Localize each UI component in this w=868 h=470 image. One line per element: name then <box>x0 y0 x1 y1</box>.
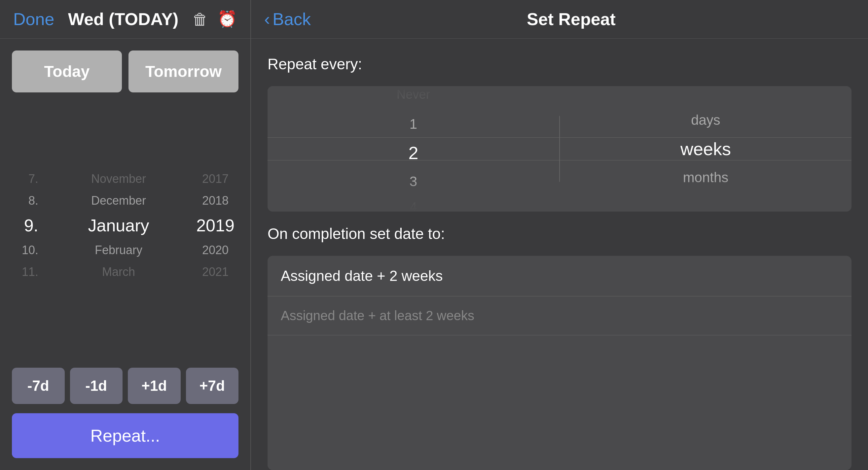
date-num: 11. <box>12 265 45 279</box>
date-month-selected: January <box>45 215 192 235</box>
completion-picker[interactable]: Assigned date + 2 weeks Assigned date + … <box>268 256 851 470</box>
picker-never-text: Never <box>397 88 430 102</box>
chevron-left-icon: ‹ <box>264 9 270 29</box>
done-button[interactable]: Done <box>13 9 54 29</box>
alarm-icon[interactable]: ⏰ <box>217 10 237 28</box>
repeat-picker[interactable]: Never 1 2 3 4 days weeks months <box>268 86 851 211</box>
date-month: March <box>45 265 192 279</box>
picker-number-selected: 2 <box>268 140 559 166</box>
date-num: 7. <box>12 172 45 186</box>
date-row: 10. February 2020 <box>12 239 239 261</box>
date-month: November <box>45 172 192 186</box>
repeat-every-label: Repeat every: <box>268 55 851 73</box>
right-header-title: Set Repeat <box>317 9 825 29</box>
back-button[interactable]: ‹ Back <box>264 9 311 29</box>
repeat-button[interactable]: Repeat... <box>12 413 239 458</box>
completion-item[interactable]: Assigned date + at least 2 weeks <box>268 296 851 335</box>
date-year-selected: 2019 <box>192 215 239 235</box>
delete-icon[interactable]: 🗑 <box>192 10 208 28</box>
plus-1d-button[interactable]: +1d <box>128 368 181 404</box>
picker-never-item: Never <box>390 86 437 108</box>
picker-number-item: 4 <box>268 197 559 211</box>
right-header: ‹ Back Set Repeat <box>251 0 868 39</box>
date-month: February <box>45 243 192 257</box>
minus-7d-button[interactable]: -7d <box>12 368 65 404</box>
date-row: 7. November 2017 <box>12 168 239 190</box>
date-picker-scroll[interactable]: 7. November 2017 8. December 2018 9. Jan… <box>0 92 250 359</box>
picker-unit-item: months <box>560 167 851 188</box>
date-month: December <box>45 194 192 208</box>
picker-inner: Never 1 2 3 4 days weeks months <box>268 86 851 211</box>
completion-label: On completion set date to: <box>268 225 851 243</box>
unit-picker-col[interactable]: days weeks months <box>560 103 851 195</box>
date-year: 2018 <box>192 194 239 208</box>
picker-unit-selected: weeks <box>560 136 851 162</box>
date-year: 2020 <box>192 243 239 257</box>
adjust-buttons: -7d -1d +1d +7d <box>0 359 250 413</box>
header-icons: 🗑 ⏰ <box>192 10 237 28</box>
date-num: 8. <box>12 194 45 208</box>
date-num: 10. <box>12 243 45 257</box>
right-panel: ‹ Back Set Repeat Repeat every: Never 1 … <box>251 0 868 470</box>
date-num-selected: 9. <box>12 215 45 235</box>
left-panel: Done Wed (TODAY) 🗑 ⏰ Today Tomorrow 7. N… <box>0 0 251 470</box>
plus-7d-button[interactable]: +7d <box>186 368 239 404</box>
completion-item-selected[interactable]: Assigned date + 2 weeks <box>268 256 851 296</box>
minus-1d-button[interactable]: -1d <box>70 368 123 404</box>
date-year: 2017 <box>192 172 239 186</box>
header-title: Wed (TODAY) <box>68 9 178 29</box>
picker-unit-item: days <box>560 109 851 131</box>
picker-number-item: 3 <box>268 171 559 192</box>
back-label: Back <box>273 9 311 29</box>
date-year: 2021 <box>192 265 239 279</box>
left-header: Done Wed (TODAY) 🗑 ⏰ <box>0 0 250 39</box>
tomorrow-button[interactable]: Tomorrow <box>128 51 239 92</box>
date-row: 11. March 2021 <box>12 261 239 283</box>
quick-buttons: Today Tomorrow <box>0 39 250 92</box>
picker-number-item: 1 <box>268 113 559 135</box>
date-row-selected: 9. January 2019 <box>12 211 239 239</box>
right-content: Repeat every: Never 1 2 3 4 days weeks m <box>251 39 868 470</box>
date-row: 8. December 2018 <box>12 190 239 211</box>
number-picker-col[interactable]: Never 1 2 3 4 <box>268 86 559 211</box>
today-button[interactable]: Today <box>12 51 122 92</box>
